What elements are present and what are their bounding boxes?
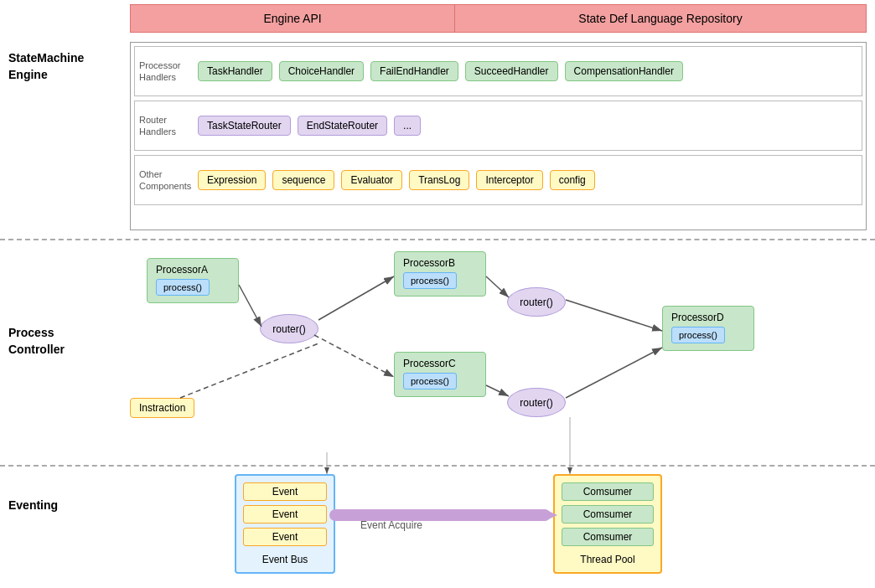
router3-label: router() xyxy=(520,397,552,409)
engine-api-label: Engine API xyxy=(263,12,321,25)
processorB-method: process() xyxy=(403,272,457,289)
choice-handler-box: ChoiceHandler xyxy=(279,61,364,81)
eventing-label: Eventing xyxy=(8,498,58,512)
sm-label-line1: StateMachine xyxy=(8,50,84,67)
compensation-handler-box: CompensationHandler xyxy=(565,61,683,81)
processorD-box: ProcessorD process() xyxy=(662,306,754,351)
interceptor-box: Interceptor xyxy=(476,170,542,190)
pc-label-line2: Controller xyxy=(8,342,65,358)
processorB-box: ProcessorB process() xyxy=(394,251,486,297)
processorC-title: ProcessorC xyxy=(403,358,477,369)
consumer-item-1: Comsumer xyxy=(562,482,654,501)
translog-box: TransLog xyxy=(409,170,469,190)
state-def-box: State Def Language Repository xyxy=(454,4,867,33)
event-bus-box: Event Event Event Event Bus xyxy=(235,474,335,574)
event-acquire-text: Event Acquire xyxy=(360,519,422,531)
router-handlers-label: RouterHandlers xyxy=(139,114,198,138)
thread-pool-label: Thread Pool xyxy=(562,554,654,565)
state-def-label: State Def Language Repository xyxy=(578,12,742,25)
task-handler-box: TaskHandler xyxy=(198,61,272,81)
sequence-box: sequence xyxy=(272,170,334,190)
engine-api-box: Engine API xyxy=(130,4,454,33)
arrow-c-router3 xyxy=(486,385,509,396)
thread-pool-box: Comsumer Comsumer Comsumer Thread Pool xyxy=(553,474,662,574)
router-ellipsis-box: ... xyxy=(394,116,421,136)
succeed-handler-box: SucceedHandler xyxy=(465,61,558,81)
diagram: Engine API State Def Language Repository… xyxy=(0,0,875,588)
consumer-item-2: Comsumer xyxy=(562,505,654,524)
processorC-box: ProcessorC process() xyxy=(394,352,486,397)
processorC-method: process() xyxy=(403,373,457,389)
processorA-title: ProcessorA xyxy=(156,264,230,276)
event-item-1: Event xyxy=(243,482,327,501)
instruction-label: Instraction xyxy=(139,402,185,414)
router2-label: router() xyxy=(520,297,552,308)
dashed-line-2 xyxy=(0,465,875,467)
processorB-title: ProcessorB xyxy=(403,257,477,269)
task-state-router-box: TaskStateRouter xyxy=(198,116,291,136)
proc-handlers-row: ProcessorHandlers TaskHandler ChoiceHand… xyxy=(134,46,862,96)
other-comp-label: OtherComponents xyxy=(139,168,198,193)
event-bus-label: Event Bus xyxy=(243,554,327,565)
event-item-2: Event xyxy=(243,505,327,524)
router-handlers-row: RouterHandlers TaskStateRouter EndStateR… xyxy=(134,101,862,151)
evaluator-box: Evaluator xyxy=(341,170,402,190)
instruction-box: Instraction xyxy=(130,398,194,418)
router-handlers-items: TaskStateRouter EndStateRouter ... xyxy=(198,116,421,136)
pc-label-line1: Process xyxy=(8,325,65,342)
consumer-item-3: Comsumer xyxy=(562,528,654,546)
eventing-label-text: Eventing xyxy=(8,498,58,512)
processorD-method: process() xyxy=(671,327,725,343)
router3-oval: router() xyxy=(507,388,566,417)
failend-handler-box: FailEndHandler xyxy=(370,61,458,81)
sm-engine-label: StateMachine Engine xyxy=(8,50,84,83)
arrow-router2-d xyxy=(566,300,662,331)
arrow-instruction-c xyxy=(180,343,318,398)
proc-handlers-label: ProcessorHandlers xyxy=(139,59,198,84)
arrow-router1-b xyxy=(318,276,394,320)
processorA-box: ProcessorA process() xyxy=(147,258,239,303)
router2-oval: router() xyxy=(507,287,566,317)
router1-label: router() xyxy=(272,323,305,335)
event-acquire-label: Event Acquire xyxy=(360,519,422,531)
arrow-router3-d xyxy=(566,348,662,398)
other-comp-row: OtherComponents Expression sequence Eval… xyxy=(134,155,862,205)
other-comp-items: Expression sequence Evaluator TransLog I… xyxy=(198,170,595,190)
config-box: config xyxy=(550,170,595,190)
expression-box: Expression xyxy=(198,170,266,190)
proc-handlers-items: TaskHandler ChoiceHandler FailEndHandler… xyxy=(198,61,683,81)
processorA-method: process() xyxy=(156,279,210,296)
top-bar: Engine API State Def Language Repository xyxy=(130,4,867,33)
arrow-a-router1 xyxy=(239,285,261,327)
sm-label-line2: Engine xyxy=(8,67,84,84)
processorD-title: ProcessorD xyxy=(671,312,745,323)
router1-oval: router() xyxy=(260,314,318,343)
dashed-line-1 xyxy=(0,239,875,240)
event-item-3: Event xyxy=(243,528,327,546)
arrow-b-router2 xyxy=(486,276,509,297)
pc-label: Process Controller xyxy=(8,325,65,358)
end-state-router-box: EndStateRouter xyxy=(298,116,387,136)
arrow-router1-c-dashed xyxy=(314,335,394,377)
